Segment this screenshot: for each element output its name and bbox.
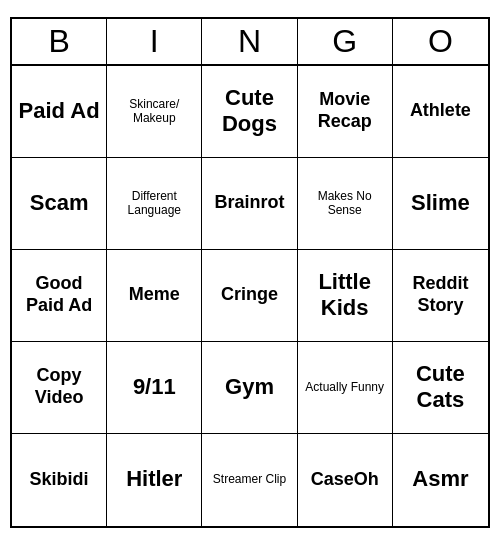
bingo-header: BINGO	[12, 19, 488, 66]
cell-text-7: Brainrot	[214, 192, 284, 214]
bingo-cell-22[interactable]: Streamer Clip	[202, 434, 297, 526]
cell-text-5: Scam	[30, 190, 89, 216]
cell-text-3: Movie Recap	[302, 89, 388, 132]
bingo-card: BINGO Paid AdSkincare/ MakeupCute DogsMo…	[10, 17, 490, 528]
header-letter-g: G	[298, 19, 393, 64]
cell-text-15: Copy Video	[16, 365, 102, 408]
bingo-cell-3[interactable]: Movie Recap	[298, 66, 393, 158]
cell-text-4: Athlete	[410, 100, 471, 122]
cell-text-14: Reddit Story	[397, 273, 484, 316]
cell-text-2: Cute Dogs	[206, 85, 292, 138]
cell-text-20: Skibidi	[30, 469, 89, 491]
header-letter-o: O	[393, 19, 488, 64]
bingo-cell-7[interactable]: Brainrot	[202, 158, 297, 250]
cell-text-19: Cute Cats	[397, 361, 484, 414]
cell-text-10: Good Paid Ad	[16, 273, 102, 316]
bingo-cell-24[interactable]: Asmr	[393, 434, 488, 526]
bingo-cell-14[interactable]: Reddit Story	[393, 250, 488, 342]
cell-text-8: Makes No Sense	[302, 189, 388, 218]
cell-text-12: Cringe	[221, 284, 278, 306]
header-letter-n: N	[202, 19, 297, 64]
bingo-cell-13[interactable]: Little Kids	[298, 250, 393, 342]
cell-text-1: Skincare/ Makeup	[111, 97, 197, 126]
bingo-cell-6[interactable]: Different Language	[107, 158, 202, 250]
header-letter-i: I	[107, 19, 202, 64]
bingo-cell-19[interactable]: Cute Cats	[393, 342, 488, 434]
bingo-cell-10[interactable]: Good Paid Ad	[12, 250, 107, 342]
cell-text-0: Paid Ad	[19, 98, 100, 124]
cell-text-13: Little Kids	[302, 269, 388, 322]
bingo-cell-16[interactable]: 9/11	[107, 342, 202, 434]
cell-text-17: Gym	[225, 374, 274, 400]
bingo-cell-9[interactable]: Slime	[393, 158, 488, 250]
cell-text-18: Actually Funny	[305, 380, 384, 394]
cell-text-23: CaseOh	[311, 469, 379, 491]
bingo-cell-12[interactable]: Cringe	[202, 250, 297, 342]
bingo-cell-2[interactable]: Cute Dogs	[202, 66, 297, 158]
bingo-cell-1[interactable]: Skincare/ Makeup	[107, 66, 202, 158]
bingo-cell-4[interactable]: Athlete	[393, 66, 488, 158]
bingo-grid: Paid AdSkincare/ MakeupCute DogsMovie Re…	[12, 66, 488, 526]
cell-text-16: 9/11	[133, 374, 176, 400]
bingo-cell-17[interactable]: Gym	[202, 342, 297, 434]
bingo-cell-18[interactable]: Actually Funny	[298, 342, 393, 434]
bingo-cell-11[interactable]: Meme	[107, 250, 202, 342]
bingo-cell-23[interactable]: CaseOh	[298, 434, 393, 526]
header-letter-b: B	[12, 19, 107, 64]
cell-text-9: Slime	[411, 190, 470, 216]
cell-text-11: Meme	[129, 284, 180, 306]
cell-text-22: Streamer Clip	[213, 472, 286, 486]
bingo-cell-8[interactable]: Makes No Sense	[298, 158, 393, 250]
cell-text-24: Asmr	[412, 466, 468, 492]
bingo-cell-15[interactable]: Copy Video	[12, 342, 107, 434]
cell-text-21: Hitler	[126, 466, 182, 492]
bingo-cell-21[interactable]: Hitler	[107, 434, 202, 526]
bingo-cell-5[interactable]: Scam	[12, 158, 107, 250]
bingo-cell-20[interactable]: Skibidi	[12, 434, 107, 526]
cell-text-6: Different Language	[111, 189, 197, 218]
bingo-cell-0[interactable]: Paid Ad	[12, 66, 107, 158]
